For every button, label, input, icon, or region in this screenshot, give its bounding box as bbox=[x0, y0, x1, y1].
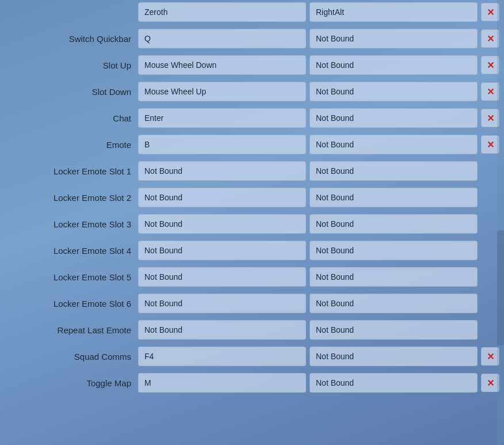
keybind-row-squad-comms: Squad Comms✕ bbox=[0, 344, 504, 368]
keybind-row-locker-emote-6: Locker Emote Slot 6✕ bbox=[0, 291, 504, 315]
secondary-binding-locker-emote-6[interactable] bbox=[310, 294, 478, 313]
secondary-binding-switch-quickbar[interactable] bbox=[310, 29, 478, 48]
primary-binding-locker-emote-4[interactable] bbox=[138, 241, 306, 260]
primary-binding-zeroth[interactable] bbox=[138, 2, 306, 22]
keybind-label-locker-emote-2: Locker Emote Slot 2 bbox=[0, 193, 138, 203]
secondary-binding-locker-emote-1[interactable] bbox=[310, 161, 478, 181]
primary-binding-squad-comms[interactable] bbox=[138, 347, 306, 366]
primary-binding-repeat-last-emote[interactable] bbox=[138, 320, 306, 340]
keybind-label-chat: Chat bbox=[0, 113, 138, 123]
primary-binding-locker-emote-1[interactable] bbox=[138, 161, 306, 181]
primary-binding-slot-up[interactable] bbox=[138, 55, 306, 75]
keybind-label-locker-emote-3: Locker Emote Slot 3 bbox=[0, 219, 138, 229]
keybind-row-chat: Chat✕ bbox=[0, 106, 504, 130]
secondary-binding-locker-emote-3[interactable] bbox=[310, 214, 478, 234]
secondary-binding-chat[interactable] bbox=[310, 108, 478, 128]
secondary-binding-toggle-map[interactable] bbox=[310, 373, 478, 393]
keybind-label-slot-down: Slot Down bbox=[0, 87, 138, 97]
secondary-binding-locker-emote-5[interactable] bbox=[310, 267, 478, 287]
secondary-binding-squad-comms[interactable] bbox=[310, 347, 478, 366]
keybind-row-locker-emote-1: Locker Emote Slot 1✕ bbox=[0, 159, 504, 183]
secondary-binding-slot-up[interactable] bbox=[310, 55, 478, 75]
keybind-row-locker-emote-2: Locker Emote Slot 2✕ bbox=[0, 185, 504, 210]
keybind-label-repeat-last-emote: Repeat Last Emote bbox=[0, 325, 138, 335]
keybind-label-slot-up: Slot Up bbox=[0, 60, 138, 70]
primary-binding-toggle-map[interactable] bbox=[138, 373, 306, 393]
keybind-row-zeroth: ✕ bbox=[0, 0, 504, 24]
keybind-label-emote: Emote bbox=[0, 140, 138, 150]
secondary-binding-slot-down[interactable] bbox=[310, 82, 478, 101]
primary-binding-chat[interactable] bbox=[138, 108, 306, 128]
secondary-binding-locker-emote-2[interactable] bbox=[310, 188, 478, 207]
keybind-label-toggle-map: Toggle Map bbox=[0, 378, 138, 388]
primary-binding-locker-emote-5[interactable] bbox=[138, 267, 306, 287]
keybind-row-emote: Emote✕ bbox=[0, 132, 504, 157]
keybind-row-repeat-last-emote: Repeat Last Emote✕ bbox=[0, 318, 504, 342]
secondary-binding-repeat-last-emote[interactable] bbox=[310, 320, 478, 340]
keybind-row-locker-emote-5: Locker Emote Slot 5✕ bbox=[0, 265, 504, 289]
keybind-label-switch-quickbar: Switch Quickbar bbox=[0, 34, 138, 44]
keybind-label-squad-comms: Squad Comms bbox=[0, 352, 138, 362]
secondary-binding-locker-emote-4[interactable] bbox=[310, 241, 478, 260]
keybind-row-toggle-map: Toggle Map✕ bbox=[0, 371, 504, 395]
keybind-label-locker-emote-1: Locker Emote Slot 1 bbox=[0, 166, 138, 176]
primary-binding-slot-down[interactable] bbox=[138, 82, 306, 101]
keybind-row-slot-up: Slot Up✕ bbox=[0, 53, 504, 77]
keybind-label-locker-emote-5: Locker Emote Slot 5 bbox=[0, 272, 138, 282]
keybind-label-locker-emote-4: Locker Emote Slot 4 bbox=[0, 246, 138, 256]
keybind-row-slot-down: Slot Down✕ bbox=[0, 79, 504, 104]
primary-binding-locker-emote-2[interactable] bbox=[138, 188, 306, 207]
primary-binding-locker-emote-6[interactable] bbox=[138, 294, 306, 313]
primary-binding-locker-emote-3[interactable] bbox=[138, 214, 306, 234]
keybind-row-switch-quickbar: Switch Quickbar✕ bbox=[0, 26, 504, 51]
keybind-row-locker-emote-4: Locker Emote Slot 4✕ bbox=[0, 238, 504, 263]
scrollbar-track[interactable] bbox=[497, 0, 504, 445]
keybind-label-locker-emote-6: Locker Emote Slot 6 bbox=[0, 299, 138, 309]
scrollbar-thumb[interactable] bbox=[497, 230, 504, 345]
secondary-binding-emote[interactable] bbox=[310, 135, 478, 154]
keybind-table: ✕Switch Quickbar✕Slot Up✕Slot Down✕Chat✕… bbox=[0, 0, 504, 395]
primary-binding-emote[interactable] bbox=[138, 135, 306, 154]
secondary-binding-zeroth[interactable] bbox=[310, 2, 478, 22]
keybind-row-locker-emote-3: Locker Emote Slot 3✕ bbox=[0, 212, 504, 236]
primary-binding-switch-quickbar[interactable] bbox=[138, 29, 306, 48]
